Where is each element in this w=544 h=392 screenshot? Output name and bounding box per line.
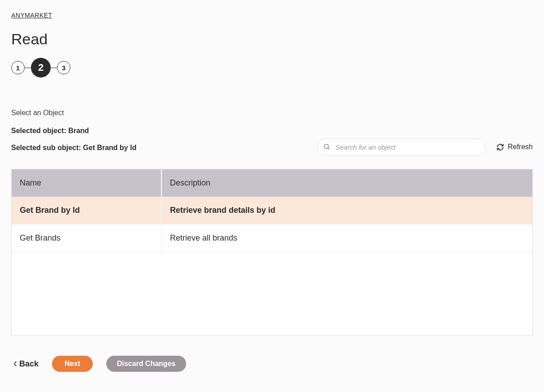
object-table-container: Name Description Get Brand by Id Retriev… — [11, 169, 533, 336]
cell-name: Get Brands — [12, 224, 161, 252]
discard-button[interactable]: Discard Changes — [106, 356, 187, 372]
chevron-left-icon — [13, 361, 17, 367]
breadcrumb-link-anymarket[interactable]: ANYMARKET — [11, 12, 52, 19]
table-header-row: Name Description — [12, 169, 532, 197]
section-label: Select an Object — [11, 109, 533, 117]
step-connector — [25, 68, 31, 68]
table-row[interactable]: Get Brands Retrieve all brands — [12, 224, 532, 252]
step-2[interactable]: 2 — [31, 58, 51, 78]
selected-object-text: Selected object: Brand — [11, 127, 533, 135]
cell-name: Get Brand by Id — [12, 197, 161, 224]
svg-point-0 — [324, 144, 328, 148]
page-title: Read — [11, 30, 533, 48]
object-table: Name Description Get Brand by Id Retriev… — [12, 169, 532, 252]
cell-description: Retrieve brand details by id — [161, 197, 532, 224]
search-input[interactable] — [317, 138, 485, 155]
refresh-icon — [496, 143, 504, 151]
refresh-label: Refresh — [508, 143, 533, 151]
table-row[interactable]: Get Brand by Id Retrieve brand details b… — [12, 197, 532, 224]
next-button[interactable]: Next — [52, 356, 93, 372]
step-connector — [51, 68, 57, 68]
back-label: Back — [19, 359, 39, 369]
back-button[interactable]: Back — [13, 359, 39, 369]
column-header-name[interactable]: Name — [12, 169, 161, 197]
step-1[interactable]: 1 — [11, 61, 25, 74]
refresh-button[interactable]: Refresh — [496, 143, 533, 151]
search-wrap — [317, 138, 485, 155]
column-header-description[interactable]: Description — [161, 169, 532, 197]
step-3[interactable]: 3 — [57, 61, 70, 74]
footer-actions: Back Next Discard Changes — [11, 356, 533, 372]
search-icon — [323, 143, 331, 151]
stepper: 1 2 3 — [11, 58, 533, 78]
svg-line-1 — [328, 148, 329, 149]
cell-description: Retrieve all brands — [161, 224, 532, 252]
